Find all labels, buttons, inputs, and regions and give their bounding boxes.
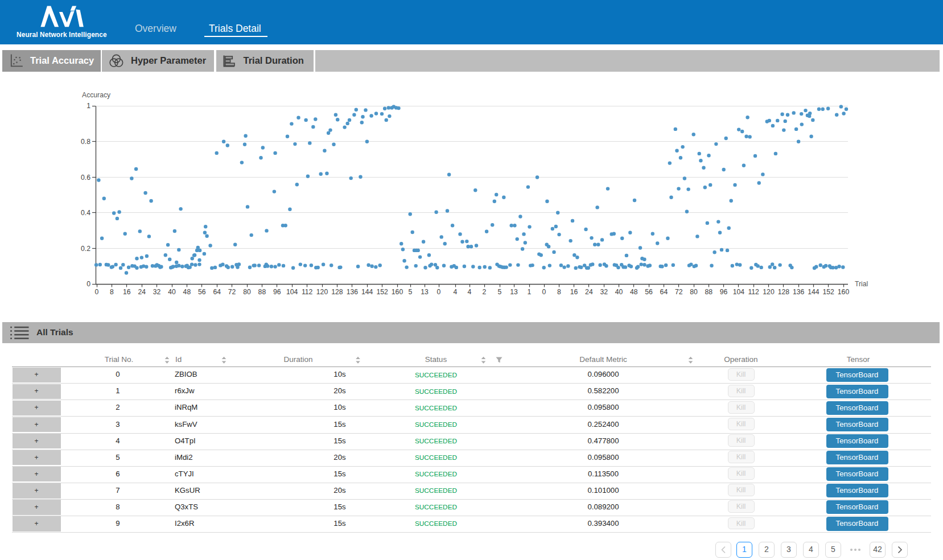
svg-text:0.6: 0.6 xyxy=(81,174,90,182)
svg-text:104: 104 xyxy=(733,288,745,296)
svg-text:128: 128 xyxy=(331,288,343,296)
svg-text:32: 32 xyxy=(153,288,161,296)
svg-text:16: 16 xyxy=(123,288,131,296)
svg-text:0.8: 0.8 xyxy=(81,138,90,146)
svg-text:4: 4 xyxy=(468,288,472,296)
svg-text:8: 8 xyxy=(557,288,561,296)
svg-text:4: 4 xyxy=(454,288,458,296)
svg-text:112: 112 xyxy=(748,288,759,296)
svg-text:120: 120 xyxy=(316,288,328,296)
svg-text:144: 144 xyxy=(361,288,373,296)
svg-text:0: 0 xyxy=(95,288,99,296)
svg-text:72: 72 xyxy=(675,288,683,296)
svg-text:1: 1 xyxy=(87,102,90,110)
svg-text:120: 120 xyxy=(763,288,775,296)
svg-text:13: 13 xyxy=(421,288,429,296)
svg-text:0: 0 xyxy=(437,288,441,296)
svg-text:160: 160 xyxy=(392,288,403,296)
svg-text:152: 152 xyxy=(823,288,835,296)
svg-text:160: 160 xyxy=(838,288,850,296)
svg-text:5: 5 xyxy=(409,288,413,296)
svg-text:32: 32 xyxy=(600,288,608,296)
svg-text:8: 8 xyxy=(110,288,114,296)
svg-text:96: 96 xyxy=(720,288,728,296)
svg-text:104: 104 xyxy=(286,288,298,296)
svg-text:0: 0 xyxy=(542,288,546,296)
svg-text:16: 16 xyxy=(570,288,578,296)
svg-text:Accuracy: Accuracy xyxy=(82,91,111,99)
svg-text:56: 56 xyxy=(645,288,653,296)
svg-text:48: 48 xyxy=(183,288,191,296)
svg-text:2: 2 xyxy=(483,288,487,296)
svg-text:144: 144 xyxy=(808,288,820,296)
svg-text:1: 1 xyxy=(528,288,532,296)
svg-text:88: 88 xyxy=(258,288,266,296)
svg-text:0.4: 0.4 xyxy=(81,209,90,217)
svg-text:96: 96 xyxy=(273,288,281,296)
svg-text:64: 64 xyxy=(213,288,221,296)
svg-text:136: 136 xyxy=(347,288,359,296)
svg-text:64: 64 xyxy=(660,288,668,296)
svg-text:40: 40 xyxy=(168,288,176,296)
svg-text:0: 0 xyxy=(87,280,90,288)
svg-text:80: 80 xyxy=(690,288,698,296)
svg-text:128: 128 xyxy=(778,288,790,296)
svg-text:0.2: 0.2 xyxy=(81,245,90,253)
svg-text:40: 40 xyxy=(615,288,623,296)
svg-text:24: 24 xyxy=(138,288,146,296)
svg-text:13: 13 xyxy=(510,288,518,296)
svg-text:72: 72 xyxy=(228,288,236,296)
svg-text:Trial: Trial xyxy=(855,280,868,288)
svg-text:112: 112 xyxy=(302,288,313,296)
svg-text:24: 24 xyxy=(585,288,593,296)
svg-text:80: 80 xyxy=(243,288,251,296)
svg-text:136: 136 xyxy=(793,288,805,296)
svg-text:88: 88 xyxy=(705,288,713,296)
svg-text:152: 152 xyxy=(376,288,388,296)
svg-text:48: 48 xyxy=(630,288,638,296)
svg-text:56: 56 xyxy=(198,288,206,296)
svg-text:5: 5 xyxy=(498,288,502,296)
